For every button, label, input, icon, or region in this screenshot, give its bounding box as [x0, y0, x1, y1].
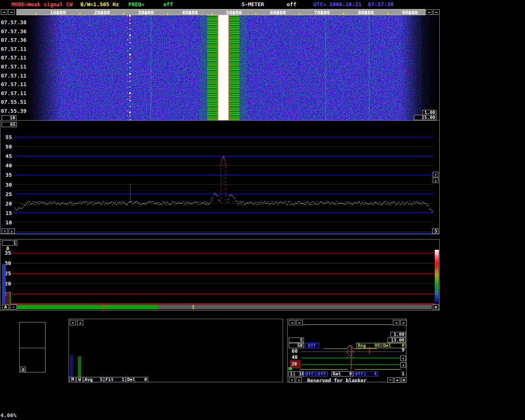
blanker-plus-box[interactable]: +: [394, 377, 400, 383]
blanker-1-box[interactable]: 1: [288, 371, 294, 377]
hires-o-box[interactable]: o: [433, 304, 439, 310]
waterfall-timestamp: 07.57.36: [1, 28, 27, 34]
smeter-value[interactable]: off: [287, 1, 296, 7]
blanker-o-box[interactable]: o: [401, 377, 406, 383]
blanker-shift-right2-icon[interactable]: →: [393, 320, 399, 325]
blanker-green-marker: [288, 367, 292, 370]
blanker-floor-box[interactable]: 13.00: [388, 338, 406, 343]
spectrum-right-down-icon[interactable]: ↓: [433, 178, 438, 183]
mode-status: MODE=Weak signal CW: [11, 1, 73, 7]
blanker-4-box[interactable]: 4: [365, 371, 378, 377]
blanker-panel[interactable]: → ← → ← 1.00 5 13.00 50 Off Rng 99 Del 0…: [287, 319, 406, 382]
blanker-baseline-left: [300, 369, 347, 370]
blanker-scale-box[interactable]: 5: [289, 338, 304, 343]
scale-shift-right2-icon[interactable]: →: [426, 9, 432, 15]
blanker-level-40: 40: [292, 354, 297, 360]
carrier-outer-band: [200, 15, 207, 120]
baseband-m-box[interactable]: M: [69, 377, 76, 382]
del-label: Del: [127, 377, 135, 382]
hires-zero-line: [11, 304, 436, 304]
waterfall-timestamp: 07.57.36: [1, 37, 27, 43]
hires-gridline: [11, 283, 434, 284]
baseband-up-icon[interactable]: ↑: [70, 320, 76, 325]
scale-shift-right-icon[interactable]: →: [1, 9, 7, 15]
hires-level-marker-green: [10, 293, 11, 304]
blanker-off1-box[interactable]: Off: [305, 343, 319, 348]
blanker-rat-box[interactable]: Rat 8: [331, 371, 353, 377]
blanker-shift-left-icon[interactable]: ←: [296, 320, 303, 325]
weak-carrier-line: [325, 15, 326, 120]
blanker-down-icon[interactable]: ↓: [296, 377, 302, 383]
waterfall-colorscale: [435, 250, 439, 304]
blanker-status-text: Reserved for blanker: [307, 378, 367, 383]
fit-value: 1: [121, 377, 124, 382]
blanker-up-icon[interactable]: ↑: [289, 377, 295, 383]
spectrum-avg-box[interactable]: 5: [432, 228, 438, 234]
blanker-line-60: [301, 352, 401, 352]
blanker-minus-box[interactable]: −: [387, 377, 393, 383]
blanker-off2-box[interactable]: Off: [304, 371, 315, 377]
baseband-del-box[interactable]: Del 0: [126, 377, 148, 382]
freq-value[interactable]: off: [163, 1, 173, 7]
blanker-off3-box[interactable]: Off: [316, 371, 328, 377]
waterfall-timestamp: 07.57.11: [1, 90, 27, 96]
hires-gridline: [11, 263, 434, 263]
main-spectrum-panel[interactable]: 65 55504540353025201510 ↑ ↓ ↑ ↓ 5: [0, 120, 440, 234]
spectrum-trace: [0, 121, 439, 234]
del-label: Del: [383, 343, 391, 348]
blanker-shift-left2-icon[interactable]: ←: [400, 320, 407, 325]
baseband-w-box[interactable]: W: [76, 377, 83, 382]
blanker-gain-box[interactable]: 50: [289, 343, 304, 348]
blanker-right-up-icon[interactable]: ↑: [400, 356, 406, 361]
hires-graph-panel[interactable]: 1 0 3530252015 A - o: [0, 239, 440, 310]
hires-zoombar-cursor: [104, 305, 105, 309]
hires-zoombar-marker: [193, 305, 194, 309]
linrad-screen: MODE=Weak signal CW B/W=1.505 Hz FREQ= o…: [0, 0, 525, 420]
carrier-green-band: [207, 15, 218, 120]
polarization-panel[interactable]: o: [19, 322, 46, 372]
blanker-line-20: [301, 364, 401, 365]
baseband-avg-box[interactable]: Avg 5: [83, 377, 104, 382]
scale-shift-left2-icon[interactable]: ←: [433, 9, 440, 15]
avg-value: 5: [100, 377, 103, 382]
waterfall-timestamp: 07.57.11: [1, 73, 27, 79]
spectrum-right-up-icon[interactable]: ↑: [433, 172, 438, 177]
baseband-fit-box[interactable]: Fit 1: [104, 377, 126, 382]
waterfall-timestamp: 07.55.39: [1, 108, 27, 114]
blanker-off4-box[interactable]: Off: [354, 371, 365, 377]
hires-minus-box[interactable]: -: [10, 304, 17, 310]
hires-gridline: [11, 294, 434, 294]
rng-value: 99: [374, 343, 380, 348]
hires-top-box[interactable]: 1: [2, 240, 17, 246]
blanker-rng-box[interactable]: Rng 99: [356, 343, 381, 348]
smeter-label: S-METER: [242, 1, 264, 7]
waterfall-floor-box[interactable]: 15.00: [414, 115, 436, 120]
hires-zoombar-track[interactable]: [158, 305, 432, 309]
frequency-scale-bar[interactable]: 1000020000300004000050000600007000080000…: [16, 9, 425, 15]
hires-level-bar-blue: [2, 264, 6, 304]
frequency-scale[interactable]: → ← 100002000030000400005000060000700008…: [0, 9, 440, 15]
carrier-outer-band: [240, 15, 247, 120]
spectrum-up-icon[interactable]: ↑: [2, 228, 8, 234]
hires-zoombar-active[interactable]: [17, 305, 158, 309]
weak-carrier-line: [151, 15, 151, 120]
waterfall-right-fade: [400, 15, 439, 120]
polarization-o-box[interactable]: o: [21, 367, 26, 372]
scale-shift-left-icon[interactable]: ←: [8, 9, 15, 15]
waterfall-timestamp: 07.57.11: [1, 55, 27, 61]
spectrum-down-icon[interactable]: ↓: [9, 228, 15, 234]
hires-amplitude-box[interactable]: A: [2, 304, 9, 310]
waterfall-timestamp: 07.57.11: [1, 81, 27, 87]
blanker-line-40: [301, 358, 401, 358]
blanker-zoom-box[interactable]: 1.00: [390, 332, 406, 337]
baseband-panel[interactable]: ↑ ↓ M W Avg 5 Fit 1 Del 0: [68, 319, 283, 382]
waterfall-timestamp: 07.57.11: [1, 64, 27, 70]
waterfall-gain-box[interactable]: 10: [2, 115, 16, 120]
baseband-down-icon[interactable]: ↓: [77, 320, 83, 325]
blanker-baseline-right: [354, 369, 401, 370]
rng-label: Rng: [358, 343, 366, 348]
blanker-right-down-icon[interactable]: ↓: [400, 362, 406, 368]
blanker-shift-right-icon[interactable]: →: [289, 320, 295, 325]
waterfall-display[interactable]: 07.57.3807.57.3607.57.3607.57.1107.57.11…: [0, 15, 440, 120]
bandwidth-status: B/W=1.505 Hz: [80, 1, 119, 7]
